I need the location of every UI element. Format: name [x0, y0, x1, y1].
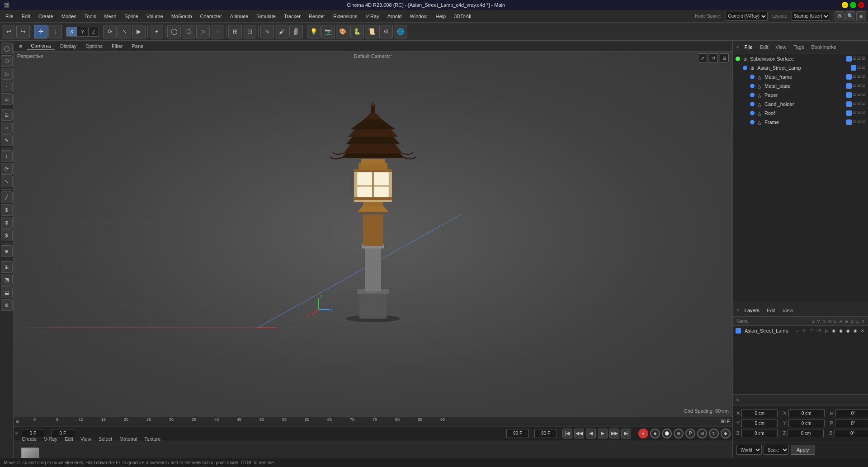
lp-tab-view[interactable]: View: [781, 307, 795, 314]
left-s2[interactable]: $: [1, 217, 13, 229]
light-btn[interactable]: 💡: [307, 25, 321, 38]
om-tab-edit[interactable]: Edit: [758, 43, 770, 51]
left-grid[interactable]: ⊞: [1, 261, 13, 273]
lp-item-lamp[interactable]: Asian_Street_Lamp ○ □ □ ☑ ▷ ◉ ◉ ◉ ◉ ✕: [734, 327, 867, 335]
viewport-3d[interactable]: Perspective Default Camera:* ⤢ ↺ ⊟: [14, 52, 732, 417]
om-item-frame[interactable]: △ Frame ☑ ☒ ☑: [734, 118, 867, 127]
pp-y-rot[interactable]: [788, 419, 825, 427]
menu-create[interactable]: Create: [35, 12, 57, 21]
mat-tab-vray[interactable]: V-Ray: [41, 435, 60, 443]
point-mode-btn[interactable]: ·: [211, 25, 224, 38]
script-btn[interactable]: 📜: [365, 25, 378, 38]
pp-y-pos[interactable]: [741, 419, 778, 427]
render-button[interactable]: ▶: [132, 25, 146, 38]
x-axis-btn[interactable]: X: [66, 27, 77, 36]
left-draw[interactable]: ╱: [1, 191, 13, 203]
left-move[interactable]: ↕: [1, 150, 13, 162]
vp-tab-cameras[interactable]: Cameras: [27, 42, 55, 50]
select-mode-button[interactable]: ✛: [34, 25, 47, 38]
om-item-roof[interactable]: △ Roof ☑ ☒ ☑: [734, 109, 867, 118]
menu-edit[interactable]: Edit: [18, 12, 34, 21]
lp-tab-edit[interactable]: Edit: [765, 307, 777, 314]
menu-extensions[interactable]: Extensions: [330, 12, 361, 21]
y-axis-btn[interactable]: Y: [77, 27, 88, 36]
menu-file[interactable]: File: [2, 12, 17, 21]
left-special[interactable]: ⊛: [1, 299, 13, 311]
scale-dropdown[interactable]: Scale: [764, 445, 789, 455]
om-item-paper[interactable]: △ Paper ☑ ☒ ☑: [734, 91, 867, 100]
vp-tab-filter[interactable]: Filter: [108, 43, 126, 50]
menu-3dtoall[interactable]: 3DToAll: [450, 12, 475, 21]
camera-scene-btn[interactable]: 📷: [321, 25, 335, 38]
om-item-metal-frame[interactable]: △ Metal_frame ☑ ☒ ☑: [734, 72, 867, 81]
mat-tab-view[interactable]: View: [78, 435, 94, 443]
vp-tab-options[interactable]: Options: [82, 43, 106, 50]
mat-tab-material[interactable]: Material: [117, 435, 140, 443]
vp-tab-panel[interactable]: Panel: [128, 43, 148, 50]
node-space-select[interactable]: Current (V-Ray): [726, 12, 768, 21]
vp-ctrl-3[interactable]: ⊟: [720, 53, 729, 62]
om-menu-icon[interactable]: ≡: [736, 44, 739, 49]
left-sculpt2[interactable]: ⬓: [1, 286, 13, 298]
world-dropdown[interactable]: World: [736, 445, 762, 455]
om-tab-view[interactable]: View: [774, 43, 788, 51]
grid-btn[interactable]: ⊞: [228, 25, 242, 38]
menu-window[interactable]: Window: [406, 12, 431, 21]
toolbar-btn-2[interactable]: 🔍: [845, 11, 855, 21]
left-sel-circle[interactable]: ○: [1, 122, 13, 133]
rotate-button[interactable]: ⟳: [103, 25, 117, 38]
left-mode-1[interactable]: ⬡: [1, 55, 13, 67]
lp-tab-layers[interactable]: Layers: [743, 307, 761, 314]
menu-mograph[interactable]: MoGraph: [168, 12, 196, 21]
layout-select[interactable]: Startup (User): [792, 12, 830, 21]
vp-ctrl-1[interactable]: ⤢: [698, 53, 707, 62]
left-magnet[interactable]: ⊕: [1, 245, 13, 257]
pp-z-pos[interactable]: [741, 429, 778, 437]
om-tab-tags[interactable]: Tags: [792, 43, 806, 51]
mat-tab-select[interactable]: Select: [96, 435, 115, 443]
menu-help[interactable]: Help: [432, 12, 450, 21]
pp-b-val[interactable]: [835, 429, 868, 437]
menu-tools[interactable]: Tools: [81, 12, 100, 21]
left-mode-4[interactable]: ⊡: [1, 93, 13, 105]
pp-z-rot[interactable]: [788, 429, 824, 437]
undo-button[interactable]: ↩: [2, 25, 15, 38]
redo-button[interactable]: ↪: [16, 25, 30, 38]
minimize-button[interactable]: ─: [842, 2, 848, 8]
menu-render[interactable]: Render: [305, 12, 329, 21]
settings-btn[interactable]: ⚙: [379, 25, 393, 38]
scale-button[interactable]: ⤡: [118, 25, 131, 38]
left-mode-2[interactable]: ▷: [1, 68, 13, 80]
left-mode-0[interactable]: ◯: [1, 43, 13, 54]
menu-tracker[interactable]: Tracker: [280, 12, 304, 21]
move-button[interactable]: ↕: [48, 25, 62, 38]
left-scale[interactable]: ⤡: [1, 176, 13, 187]
edge-mode-btn[interactable]: ▷: [196, 25, 210, 38]
lp-menu-icon[interactable]: ≡: [736, 308, 739, 313]
mat-tab-edit[interactable]: Edit: [62, 435, 76, 443]
maximize-button[interactable]: □: [850, 2, 856, 8]
menu-modes[interactable]: Modes: [58, 12, 80, 21]
pp-h-val[interactable]: [835, 409, 868, 417]
left-mode-3[interactable]: ·: [1, 81, 13, 92]
add-button[interactable]: +: [150, 25, 163, 38]
left-sel-lasso[interactable]: ✎: [1, 134, 13, 146]
left-s1[interactable]: $: [1, 204, 13, 216]
python-btn[interactable]: 🐍: [350, 25, 364, 38]
menu-spline[interactable]: Spline: [121, 12, 142, 21]
material-btn[interactable]: 🎨: [336, 25, 349, 38]
polygon-mode-btn[interactable]: ⬡: [182, 25, 195, 38]
om-tab-file[interactable]: File: [743, 43, 755, 51]
left-s3[interactable]: $: [1, 229, 13, 241]
om-item-lamp[interactable]: ⊞ Asian_Street_Lamp ☑ ☑: [734, 63, 867, 72]
pp-x-pos[interactable]: [741, 409, 778, 417]
om-item-candi-holder[interactable]: △ Candi_holder ☑ ☒ ☑: [734, 100, 867, 109]
vp-tab-display[interactable]: Display: [57, 43, 80, 50]
paint-btn[interactable]: 🖌: [275, 25, 288, 38]
mat-tab-create[interactable]: Create: [19, 435, 39, 443]
z-axis-btn[interactable]: Z: [89, 27, 99, 36]
menu-arnold[interactable]: Arnold: [384, 12, 406, 21]
sculpt-btn[interactable]: 🗿: [289, 25, 303, 38]
menu-mesh[interactable]: Mesh: [100, 12, 120, 21]
menu-vray[interactable]: V-Ray: [362, 12, 383, 21]
